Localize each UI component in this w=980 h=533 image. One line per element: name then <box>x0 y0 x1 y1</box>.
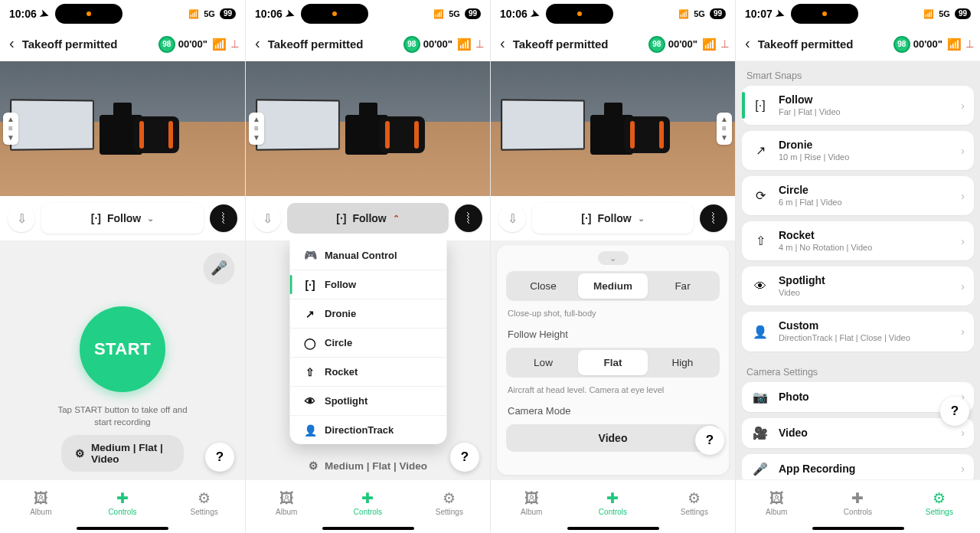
tab-bar: 🖼Album ✚Controls ⚙Settings <box>0 479 245 527</box>
tab-settings[interactable]: ⚙Settings <box>654 480 735 527</box>
settings-list[interactable]: Smart Snaps [·] FollowFar | Flat | Video… <box>736 61 980 479</box>
help-button[interactable]: ? <box>450 443 479 472</box>
cellular-icon: 📶 <box>188 9 199 19</box>
mic-button[interactable]: 🎤 <box>204 253 234 283</box>
camera-preview[interactable]: ▲≡▼ <box>491 61 735 196</box>
mode-item-manual[interactable]: 🎮Manual Control <box>289 240 446 270</box>
mode-selector[interactable]: [·] Follow ⌃ <box>287 203 449 234</box>
distance-far[interactable]: Far <box>648 273 717 299</box>
setting-video[interactable]: 🎥 Video › <box>742 418 974 448</box>
satellite-badge: 98 <box>403 36 420 53</box>
location-icon: ➤ <box>38 6 51 21</box>
tab-settings[interactable]: ⚙Settings <box>409 480 490 527</box>
audio-icon-button[interactable]: ⦚ <box>210 204 237 232</box>
follow-icon: [·] <box>303 279 317 291</box>
gimbal-up-down[interactable]: ▲≡▼ <box>717 113 732 145</box>
status-time: 10:06 <box>9 8 37 20</box>
mode-row: ⇩ [·] Follow ⌄ ⦚ <box>0 196 245 240</box>
distance-close[interactable]: Close <box>508 273 578 299</box>
flight-timer: 00'00" <box>178 38 207 50</box>
mode-label: Follow <box>352 212 386 224</box>
camera-mode-value[interactable]: Video <box>506 424 720 452</box>
spotlight-icon: 👁 <box>751 280 769 293</box>
mode-item-spotlight[interactable]: 👁Spotlight <box>289 386 446 415</box>
tab-settings[interactable]: ⚙Settings <box>163 480 245 527</box>
app-bar: ‹ Takeoff permitted 9800'00" 📶 ⟂ <box>246 28 490 61</box>
tab-settings[interactable]: ⚙Settings <box>899 480 980 527</box>
tab-controls[interactable]: ✚Controls <box>572 480 653 527</box>
snap-spotlight[interactable]: 👁 SpotlightVideo › <box>742 266 974 306</box>
tab-controls[interactable]: ✚Controls <box>327 480 408 527</box>
tab-album[interactable]: 🖼Album <box>246 480 327 527</box>
distance-note: Close-up shot, full-body <box>506 307 720 318</box>
tab-album[interactable]: 🖼Album <box>491 480 572 527</box>
drone-icon: ✚ <box>851 491 864 505</box>
rc-signal-icon: ⟂ <box>476 37 484 51</box>
tab-controls[interactable]: ✚Controls <box>817 480 898 527</box>
gimbal-up-down[interactable]: ▲≡▼ <box>3 113 18 145</box>
back-icon[interactable]: ‹ <box>252 34 263 54</box>
dynamic-island <box>546 4 613 24</box>
dronie-icon: ↗ <box>751 143 769 158</box>
takeoff-icon-button[interactable]: ⇩ <box>253 204 281 232</box>
group-smart-snaps: Smart Snaps <box>742 61 974 86</box>
back-icon[interactable]: ‹ <box>497 34 508 54</box>
screen-controls-start: 10:06 ➤ 📶 5G 99 ‹ Takeoff permitted 98 0… <box>0 0 245 533</box>
takeoff-icon-button[interactable]: ⇩ <box>8 204 35 232</box>
gimbal-up-down[interactable]: ▲≡▼ <box>249 113 264 145</box>
chevron-right-icon: › <box>961 190 965 202</box>
sheet-collapse-handle[interactable]: ⌄ <box>598 251 629 265</box>
mode-item-follow[interactable]: [·]Follow <box>289 270 446 299</box>
help-button[interactable]: ? <box>940 397 969 426</box>
snap-custom[interactable]: 👤 CustomDirectionTrack | Flat | Close | … <box>742 312 974 351</box>
camera-preview[interactable]: ▲≡▼ <box>0 61 245 196</box>
mode-item-circle[interactable]: ◯Circle <box>289 328 446 357</box>
help-button[interactable]: ? <box>695 426 724 455</box>
snap-follow[interactable]: [·] FollowFar | Flat | Video › <box>742 86 974 125</box>
setting-app-recording[interactable]: 🎤 App Recording › <box>742 454 974 479</box>
mode-item-dronie[interactable]: ↗Dronie <box>289 299 446 328</box>
audio-icon-button[interactable]: ⦚ <box>455 204 482 232</box>
audio-icon-button[interactable]: ⦚ <box>700 204 727 232</box>
tab-controls[interactable]: ✚Controls <box>82 480 164 527</box>
height-segmented: Low Flat High <box>506 348 720 378</box>
height-label: Follow Height <box>506 324 720 342</box>
status-time: 10:06 <box>500 8 528 20</box>
wifi-icon: 📶 <box>947 38 962 51</box>
mode-selector[interactable]: [·]Follow⌄ <box>532 203 694 234</box>
follow-icon: [·] <box>581 212 591 224</box>
summary-chip[interactable]: ⚙ Medium | Flat | Video <box>309 459 427 472</box>
person-icon: 👤 <box>751 325 769 339</box>
mode-selector[interactable]: [·] Follow ⌄ <box>41 203 204 234</box>
setting-photo[interactable]: 📷 Photo › <box>742 382 974 412</box>
back-icon[interactable]: ‹ <box>6 34 18 54</box>
dynamic-island <box>301 4 368 24</box>
mode-item-rocket[interactable]: ⇧Rocket <box>289 357 446 386</box>
rocket-icon: ⇧ <box>303 366 317 378</box>
status-title: Takeoff permitted <box>22 38 118 51</box>
sliders-icon: ⚙ <box>75 447 85 459</box>
gamepad-icon: 🎮 <box>303 249 317 261</box>
height-flat[interactable]: Flat <box>578 350 648 375</box>
takeoff-icon-button[interactable]: ⇩ <box>498 204 526 232</box>
camera-preview[interactable]: ▲≡▼ <box>246 61 490 196</box>
start-button[interactable]: START <box>80 306 165 392</box>
mode-item-direction[interactable]: 👤DirectionTrack <box>289 415 446 444</box>
height-low[interactable]: Low <box>508 350 578 375</box>
height-high[interactable]: High <box>648 350 717 375</box>
distance-medium[interactable]: Medium <box>578 273 648 299</box>
help-button[interactable]: ? <box>205 443 234 472</box>
rc-signal-icon: ⟂ <box>231 37 239 51</box>
snap-rocket[interactable]: ⇧ Rocket4 m | No Rotation | Video › <box>742 221 974 260</box>
tab-album[interactable]: 🖼Album <box>736 480 817 527</box>
back-icon[interactable]: ‹ <box>742 34 753 54</box>
tab-album[interactable]: 🖼Album <box>0 480 82 527</box>
content-area: 🎤 START Tap START button to take off and… <box>0 240 245 479</box>
snap-dronie[interactable]: ↗ Dronie10 m | Rise | Video › <box>742 131 974 170</box>
snap-circle[interactable]: ⟳ Circle6 m | Flat | Video › <box>742 176 974 215</box>
summary-chip[interactable]: ⚙ Medium | Flat | Video <box>61 435 184 472</box>
status-bar: 10:06 ➤ 📶 5G 99 <box>246 0 490 28</box>
network-label: 5G <box>204 9 215 18</box>
cellular-icon: 📶 <box>678 9 689 19</box>
mic-icon: 🎤 <box>751 462 769 476</box>
